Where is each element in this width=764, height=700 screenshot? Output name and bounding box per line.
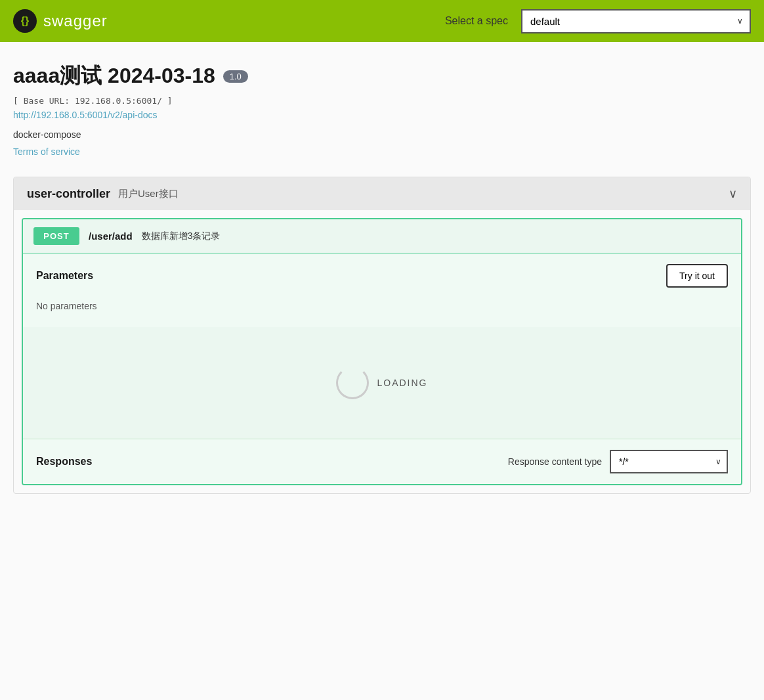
api-title: aaaa测试 2024-03-18 <box>13 62 215 91</box>
parameters-section: Parameters Try it out No parameters <box>23 253 741 327</box>
version-badge: 1.0 <box>223 70 248 83</box>
responses-title: Responses <box>36 456 92 468</box>
response-content-type-select[interactable]: */* <box>610 450 728 473</box>
main-content: aaaa测试 2024-03-18 1.0 [ Base URL: 192.16… <box>0 42 764 514</box>
spec-select[interactable]: default <box>521 9 751 33</box>
try-it-out-button[interactable]: Try it out <box>666 264 728 288</box>
response-content-type-wrapper: Response content type */* ∨ <box>508 450 728 473</box>
spinner-circle <box>336 366 369 399</box>
controller-chevron-icon: ∨ <box>729 186 737 201</box>
no-parameters-text: No parameters <box>36 295 728 317</box>
responses-section: Responses Response content type */* ∨ <box>23 439 741 484</box>
controller-title: user-controller 用户User接口 <box>27 187 179 201</box>
endpoint-body: Parameters Try it out No parameters LOAD… <box>23 253 741 484</box>
loading-container: LOADING <box>23 327 741 439</box>
response-content-type-select-wrapper[interactable]: */* ∨ <box>610 450 728 473</box>
loading-text: LOADING <box>377 378 427 388</box>
base-url: [ Base URL: 192.168.0.5:6001/ ] <box>13 96 751 106</box>
controller-name: user-controller <box>27 187 110 201</box>
select-spec-label: Select a spec <box>445 15 508 27</box>
api-description: docker-compose <box>13 129 751 140</box>
controller-section: user-controller 用户User接口 ∨ POST /user/ad… <box>13 177 751 494</box>
controller-header[interactable]: user-controller 用户User接口 ∨ <box>14 177 750 210</box>
terms-of-service-link[interactable]: Terms of service <box>13 146 80 157</box>
loading-spinner: LOADING <box>336 366 427 399</box>
spec-select-wrapper[interactable]: default ∨ <box>521 9 751 33</box>
controller-description: 用户User接口 <box>118 188 179 200</box>
endpoint-header[interactable]: POST /user/add 数据库新增3条记录 <box>23 219 741 253</box>
api-docs-link[interactable]: http://192.168.0.5:6001/v2/api-docs <box>13 110 751 120</box>
logo: {} swagger <box>13 9 108 33</box>
parameters-header: Parameters Try it out <box>36 264 728 288</box>
api-info-section: aaaa测试 2024-03-18 1.0 [ Base URL: 192.16… <box>13 62 751 157</box>
endpoint-section: POST /user/add 数据库新增3条记录 Parameters Try … <box>22 218 742 485</box>
parameters-title: Parameters <box>36 270 93 282</box>
method-badge: POST <box>33 227 79 245</box>
api-title-row: aaaa测试 2024-03-18 1.0 <box>13 62 751 91</box>
swagger-logo-icon: {} <box>13 9 37 33</box>
endpoint-path: /user/add <box>89 230 133 242</box>
response-content-type-label: Response content type <box>508 456 602 467</box>
header: {} swagger Select a spec default ∨ <box>0 0 764 42</box>
logo-text: swagger <box>43 12 108 30</box>
endpoint-summary: 数据库新增3条记录 <box>142 230 221 242</box>
